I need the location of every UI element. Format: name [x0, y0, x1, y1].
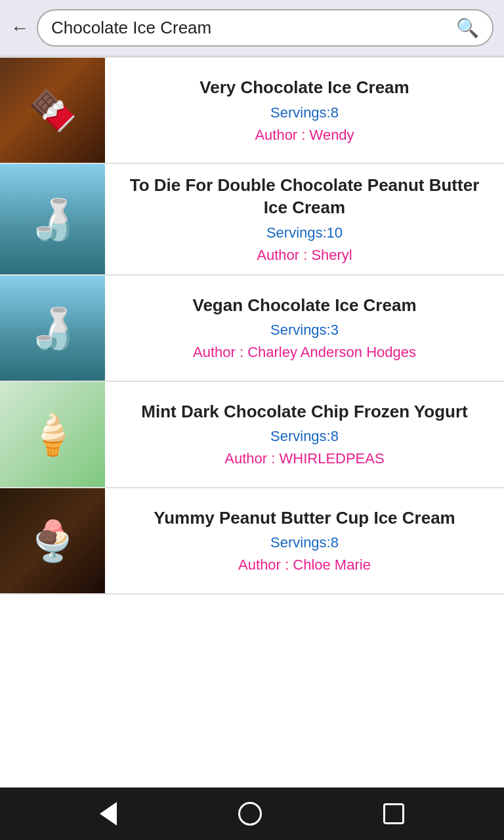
recipe-author: Author : WHIRLEDPEAS: [224, 450, 384, 467]
recipe-thumb-double-chocolate-peanut: [0, 164, 105, 274]
recipe-title: To Die For Double Chocolate Peanut Butte…: [118, 175, 491, 219]
recipe-thumb-mint-dark-chocolate: [0, 382, 105, 487]
recipe-servings: Servings:8: [270, 534, 339, 551]
recipe-item[interactable]: Mint Dark Chocolate Chip Frozen YogurtSe…: [0, 382, 504, 488]
recipe-list: Very Chocolate Ice CreamServings:8Author…: [0, 56, 504, 788]
recipe-servings: Servings:8: [270, 104, 339, 121]
recipe-item[interactable]: Yummy Peanut Butter Cup Ice CreamServing…: [0, 488, 504, 595]
recipe-info-yummy-peanut-butter: Yummy Peanut Butter Cup Ice CreamServing…: [105, 488, 504, 593]
recipe-thumb-vegan-chocolate: [0, 276, 105, 381]
recipe-title: Vegan Chocolate Ice Cream: [192, 295, 416, 317]
search-input-wrapper: 🔍: [37, 9, 494, 47]
recipe-author: Author : Chloe Marie: [238, 556, 371, 574]
recipe-author: Author : Wendy: [255, 127, 354, 144]
search-bar: ← 🔍: [0, 0, 504, 56]
recipe-info-mint-dark-chocolate: Mint Dark Chocolate Chip Frozen YogurtSe…: [105, 382, 504, 487]
home-icon: [238, 802, 262, 826]
bottom-nav: [0, 788, 504, 840]
recipe-servings: Servings:8: [270, 428, 339, 445]
back-icon: [100, 802, 117, 826]
nav-home-button[interactable]: [238, 802, 262, 826]
nav-recent-button[interactable]: [383, 803, 404, 824]
recipe-title: Yummy Peanut Butter Cup Ice Cream: [154, 507, 455, 530]
recipe-servings: Servings:3: [270, 322, 339, 339]
recipe-author: Author : Sheryl: [257, 247, 352, 264]
recipe-servings: Servings:10: [266, 224, 343, 242]
recipe-title: Very Chocolate Ice Cream: [200, 77, 409, 99]
recipe-item[interactable]: Vegan Chocolate Ice CreamServings:3Autho…: [0, 276, 504, 382]
recipe-author: Author : Charley Anderson Hodges: [193, 344, 416, 361]
recipe-item[interactable]: To Die For Double Chocolate Peanut Butte…: [0, 164, 504, 276]
recent-icon: [383, 803, 404, 824]
recipe-item[interactable]: Very Chocolate Ice CreamServings:8Author…: [0, 56, 504, 164]
recipe-thumb-very-chocolate: [0, 58, 105, 163]
back-button[interactable]: ←: [10, 19, 29, 37]
recipe-title: Mint Dark Chocolate Chip Frozen Yogurt: [141, 401, 467, 423]
search-icon-button[interactable]: 🔍: [456, 17, 479, 39]
recipe-info-double-chocolate-peanut: To Die For Double Chocolate Peanut Butte…: [105, 164, 504, 274]
search-input[interactable]: [51, 18, 448, 38]
recipe-info-very-chocolate: Very Chocolate Ice CreamServings:8Author…: [105, 58, 504, 163]
nav-back-button[interactable]: [100, 802, 117, 826]
recipe-info-vegan-chocolate: Vegan Chocolate Ice CreamServings:3Autho…: [105, 276, 504, 381]
recipe-thumb-yummy-peanut-butter: [0, 488, 105, 593]
